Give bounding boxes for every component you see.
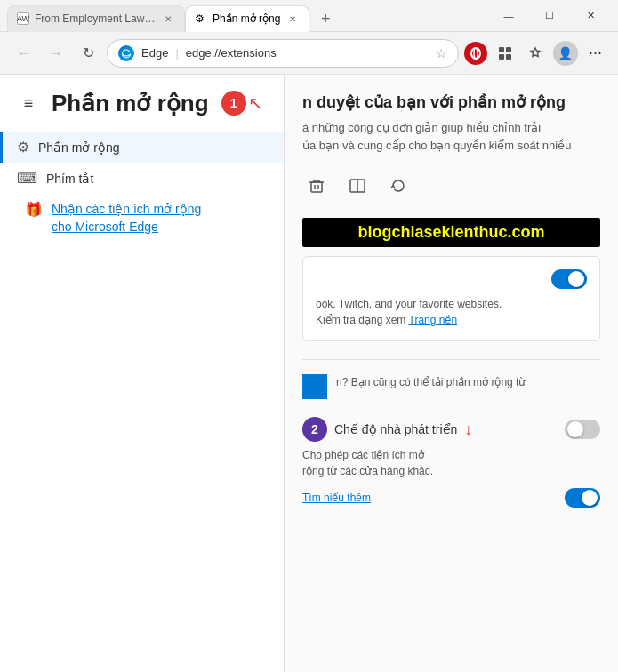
watermark-banner: blogchiasekienthuc.com xyxy=(302,218,600,247)
svg-rect-3 xyxy=(506,47,511,52)
split-view-icon[interactable] xyxy=(343,172,372,200)
favorites-star[interactable]: ☆ xyxy=(436,46,447,60)
address-bar[interactable]: Edge | edge://extensions ☆ xyxy=(107,39,459,68)
tab1-close[interactable]: ✕ xyxy=(161,12,175,26)
main-content: ≡ Phần mở rộng 1 ↖ ⚙ Phần mở rộng ⌨ Phím… xyxy=(0,75,618,672)
tab1-favicon: AW xyxy=(17,12,29,25)
back-button[interactable]: ← xyxy=(11,40,37,67)
tab-2[interactable]: ⚙ Phần mở rộng ✕ xyxy=(185,5,309,32)
toggle-knob xyxy=(568,271,584,287)
sidebar-item-extensions[interactable]: ⚙ Phần mở rộng xyxy=(0,132,284,163)
badge-2: 2 xyxy=(302,417,327,442)
svg-rect-2 xyxy=(499,47,504,52)
window-controls: — ☐ ✕ xyxy=(488,0,611,32)
get-extensions-label: Nhận các tiện ích mở rộng cho Microsoft … xyxy=(52,201,201,236)
favorites-icon[interactable] xyxy=(523,41,548,66)
developer-mode-toggle[interactable] xyxy=(565,420,600,439)
tab1-title: From Employment Law to Sport xyxy=(35,12,156,25)
extension-toggle-row xyxy=(316,269,587,289)
extensions-nav-icon: ⚙ xyxy=(17,139,29,156)
more-options-button[interactable]: ··· xyxy=(583,40,607,66)
extension-description: ook, Twitch, and your favorite websites.… xyxy=(316,296,587,328)
dev-toggle-knob xyxy=(567,421,583,437)
developer-mode-row: 2 Chế độ nhà phát triển ↓ xyxy=(302,417,600,442)
sidebar-item-shortcuts[interactable]: ⌨ Phím tắt xyxy=(0,163,284,194)
trang-nen-link[interactable]: Trang nền xyxy=(409,314,458,326)
svg-point-0 xyxy=(471,48,480,59)
svg-point-1 xyxy=(474,48,478,59)
svg-rect-4 xyxy=(499,54,504,60)
svg-rect-6 xyxy=(311,182,322,192)
tab-1[interactable]: AW From Employment Law to Sport ✕ xyxy=(7,5,185,32)
close-button[interactable]: ✕ xyxy=(570,0,611,32)
tab2-favicon: ⚙ xyxy=(195,12,207,25)
profile-icon[interactable]: 👤 xyxy=(553,41,578,66)
gift-icon: 🎁 xyxy=(25,201,43,218)
addressbar: ← → ↻ Edge | edge://extensions ☆ xyxy=(0,32,618,75)
tab2-title: Phần mở rộng xyxy=(213,12,280,25)
learn-more-link[interactable]: Tìm hiểu thêm xyxy=(302,492,371,504)
badge-1: 1 xyxy=(221,91,246,116)
edge-label: Edge xyxy=(141,46,168,60)
forward-button[interactable]: → xyxy=(43,40,69,67)
allow-stores-description: Cho phép các tiện ích mở rộng từ các cửa… xyxy=(302,447,600,479)
developer-section: n? Bạn cũng có thể tải phần mở rộng từ 2… xyxy=(302,359,600,508)
developer-mode-label: Chế độ nhà phát triển xyxy=(334,422,457,436)
collections-icon[interactable] xyxy=(493,41,518,66)
extension-toggle[interactable] xyxy=(551,269,587,289)
extension-from-text: n? Bạn cũng có thể tải phần mở rộng từ xyxy=(336,374,526,390)
opera-icon[interactable] xyxy=(464,42,487,65)
arrow-2: ↓ xyxy=(464,420,472,439)
extensions-nav-label: Phần mở rộng xyxy=(38,140,120,155)
sidebar-get-extensions-link[interactable]: 🎁 Nhận các tiện ích mở rộng cho Microsof… xyxy=(0,194,284,243)
sidebar-title: Phần mở rộng xyxy=(52,90,209,117)
minimize-button[interactable]: — xyxy=(488,0,529,32)
refresh-button[interactable]: ↻ xyxy=(75,40,101,67)
edge-logo xyxy=(118,45,134,61)
refresh-icon[interactable] xyxy=(384,172,413,200)
tab-bar: AW From Employment Law to Sport ✕ ⚙ Phần… xyxy=(7,0,481,32)
trash-icon[interactable] xyxy=(302,172,331,200)
blue-square-indicator xyxy=(302,374,327,399)
section-heading: n duyệt của bạn với phần mở rộng xyxy=(302,92,600,112)
action-icon-row xyxy=(302,172,600,200)
sidebar-header: ≡ Phần mở rộng 1 ↖ xyxy=(0,89,284,132)
tab2-close[interactable]: ✕ xyxy=(285,12,300,26)
shortcuts-nav-icon: ⌨ xyxy=(17,170,37,187)
allow-stores-toggle[interactable] xyxy=(565,488,600,508)
sidebar: ≡ Phần mở rộng 1 ↖ ⚙ Phần mở rộng ⌨ Phím… xyxy=(0,75,285,672)
extension-card: ook, Twitch, and your favorite websites.… xyxy=(302,256,600,341)
svg-rect-5 xyxy=(506,54,511,60)
new-tab-button[interactable]: + xyxy=(313,7,338,32)
section-description: à những công cụ đơn giản giúp hiều chỉnh… xyxy=(302,119,600,154)
address-separator: | xyxy=(175,46,178,60)
maximize-button[interactable]: ☐ xyxy=(529,0,570,32)
shortcuts-nav-label: Phím tắt xyxy=(46,172,93,186)
arrow-1: ↖ xyxy=(248,92,263,114)
allow-stores-toggle-knob xyxy=(582,490,598,506)
url-display: edge://extensions xyxy=(186,46,277,60)
titlebar: AW From Employment Law to Sport ✕ ⚙ Phần… xyxy=(0,0,618,32)
hamburger-menu-button[interactable]: ≡ xyxy=(14,89,43,117)
right-panel: n duyệt của bạn với phần mở rộng à những… xyxy=(285,75,618,672)
